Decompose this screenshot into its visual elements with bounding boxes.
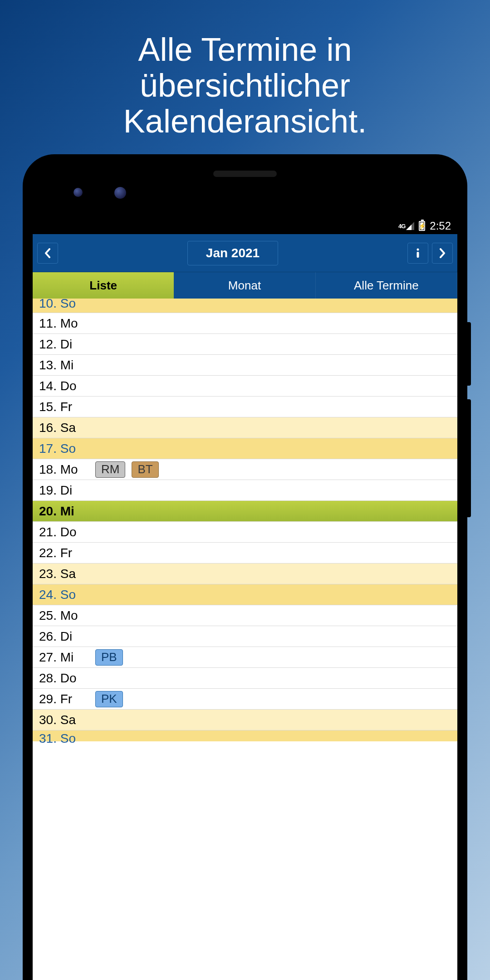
day-label: 28. Do bbox=[39, 671, 89, 686]
phone-mockup: 4G 2:52 Jan 2021 bbox=[23, 154, 467, 980]
event-badge[interactable]: BT bbox=[132, 461, 158, 478]
status-time: 2:52 bbox=[430, 220, 451, 232]
tab-alle-termine[interactable]: Alle Termine bbox=[316, 272, 457, 299]
day-label: 11. Mo bbox=[39, 316, 89, 331]
day-row[interactable]: 21. Do bbox=[33, 522, 457, 543]
day-label: 22. Fr bbox=[39, 546, 89, 560]
info-button[interactable] bbox=[407, 243, 428, 264]
day-row[interactable]: 29. FrPK bbox=[33, 689, 457, 710]
phone-camera bbox=[74, 188, 83, 197]
day-row[interactable]: 17. So bbox=[33, 438, 457, 459]
prev-button[interactable] bbox=[37, 243, 58, 264]
day-row[interactable]: 26. Di bbox=[33, 626, 457, 647]
day-label: 20. Mi bbox=[39, 504, 89, 519]
day-row[interactable]: 27. MiPB bbox=[33, 647, 457, 668]
day-label: 18. Mo bbox=[39, 462, 89, 477]
day-label: 27. Mi bbox=[39, 650, 89, 665]
svg-point-0 bbox=[417, 248, 419, 250]
phone-speaker bbox=[213, 171, 277, 177]
day-label: 12. Di bbox=[39, 337, 89, 352]
day-label: 15. Fr bbox=[39, 400, 89, 414]
day-label: 16. Sa bbox=[39, 421, 89, 435]
day-label: 30. Sa bbox=[39, 713, 89, 727]
day-row[interactable]: 22. Fr bbox=[33, 543, 457, 564]
day-label: 13. Mi bbox=[39, 358, 89, 372]
day-row[interactable]: 18. MoRMBT bbox=[33, 459, 457, 480]
day-row[interactable]: 12. Di bbox=[33, 334, 457, 355]
promo-headline: Alle Termine in übersichtlicher Kalender… bbox=[0, 0, 490, 162]
side-button bbox=[467, 322, 471, 386]
day-row[interactable]: 14. Do bbox=[33, 376, 457, 397]
signal-icon bbox=[406, 222, 414, 230]
side-button bbox=[467, 399, 471, 517]
day-row[interactable]: 19. Di bbox=[33, 480, 457, 501]
view-tabs: Liste Monat Alle Termine bbox=[33, 272, 457, 299]
tab-liste[interactable]: Liste bbox=[33, 272, 174, 299]
day-label: 26. Di bbox=[39, 629, 89, 644]
info-icon bbox=[415, 248, 421, 259]
svg-rect-1 bbox=[417, 252, 419, 258]
day-row[interactable]: 23. Sa bbox=[33, 564, 457, 584]
next-button[interactable] bbox=[432, 243, 453, 264]
tab-monat[interactable]: Monat bbox=[174, 272, 315, 299]
day-label: 29. Fr bbox=[39, 692, 89, 706]
day-label: 19. Di bbox=[39, 483, 89, 498]
day-label: 21. Do bbox=[39, 525, 89, 539]
phone-screen: 4G 2:52 Jan 2021 bbox=[33, 218, 457, 980]
chevron-left-icon bbox=[44, 248, 51, 258]
day-label: 24. So bbox=[39, 588, 89, 602]
network-indicator: 4G bbox=[398, 222, 414, 230]
day-row[interactable]: 24. So bbox=[33, 584, 457, 605]
event-badge[interactable]: PK bbox=[95, 691, 123, 707]
day-row[interactable]: 15. Fr bbox=[33, 397, 457, 417]
event-badge[interactable]: PB bbox=[95, 649, 123, 666]
day-row[interactable]: 28. Do bbox=[33, 668, 457, 689]
day-label: 25. Mo bbox=[39, 608, 89, 623]
day-label: 10. So bbox=[39, 299, 89, 311]
phone-camera bbox=[114, 187, 126, 199]
battery-icon bbox=[419, 221, 425, 231]
day-label: 17. So bbox=[39, 441, 89, 456]
day-row[interactable]: 16. Sa bbox=[33, 417, 457, 438]
day-label: 31. So bbox=[39, 731, 89, 746]
day-label: 23. Sa bbox=[39, 567, 89, 581]
event-badge[interactable]: RM bbox=[95, 461, 125, 478]
status-bar: 4G 2:52 bbox=[33, 218, 457, 234]
day-row[interactable]: 25. Mo bbox=[33, 605, 457, 626]
chevron-right-icon bbox=[439, 248, 446, 258]
day-row[interactable]: 20. Mi bbox=[33, 501, 457, 522]
day-row[interactable]: 31. So bbox=[33, 730, 457, 741]
app-header: Jan 2021 bbox=[33, 234, 457, 272]
day-list[interactable]: 10. So11. Mo12. Di13. Mi14. Do15. Fr16. … bbox=[33, 299, 457, 980]
day-row[interactable]: 10. So bbox=[33, 299, 457, 313]
day-row[interactable]: 30. Sa bbox=[33, 710, 457, 730]
month-picker-button[interactable]: Jan 2021 bbox=[187, 241, 278, 265]
day-row[interactable]: 13. Mi bbox=[33, 355, 457, 376]
day-row[interactable]: 11. Mo bbox=[33, 313, 457, 334]
day-label: 14. Do bbox=[39, 379, 89, 393]
